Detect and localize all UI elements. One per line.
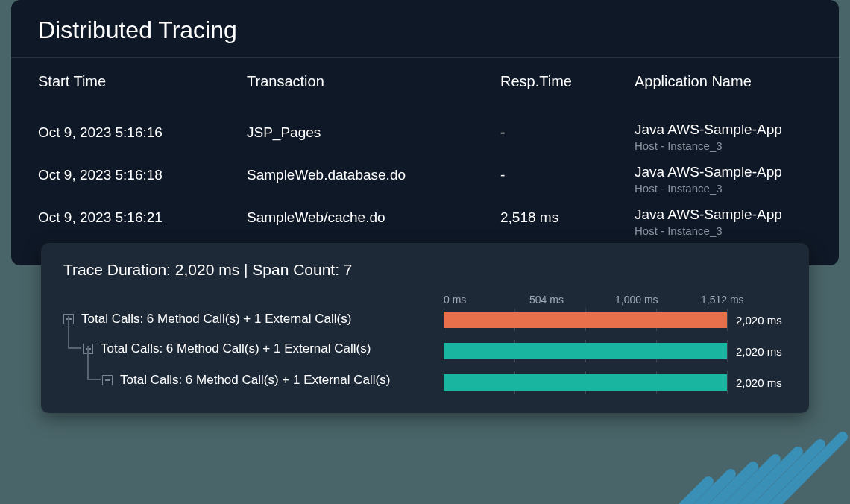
span-bar <box>444 374 727 391</box>
span-bar-row[interactable]: 2,020 ms <box>444 374 787 391</box>
col-resp-time: Resp.Time <box>500 73 635 90</box>
span-label: Total Calls: 6 Method Call(s) + 1 Extern… <box>81 312 351 327</box>
axis-tick: 1,000 ms <box>615 294 701 306</box>
timeline-axis: 0 ms 504 ms 1,000 ms 1,512 ms <box>444 294 787 306</box>
cell-resp-time: - <box>500 122 635 144</box>
grid-line <box>727 309 728 331</box>
bar-track <box>444 374 727 391</box>
tree-connector <box>87 379 101 380</box>
span-timeline-chart: 0 ms 504 ms 1,000 ms 1,512 ms 2,020 ms <box>444 294 787 391</box>
trace-summary: Trace Duration: 2,020 ms | Span Count: 7 <box>63 261 787 279</box>
grid-line <box>727 371 728 394</box>
page-title: Distributed Tracing <box>11 0 839 58</box>
axis-tick: 0 ms <box>444 294 529 306</box>
cell-transaction: SampleWeb.database.do <box>247 164 500 186</box>
timeline-bars: 2,020 ms 2,020 ms <box>444 312 787 391</box>
table-row[interactable]: Oct 9, 2023 5:16:21 SampleWeb/cache.do 2… <box>38 201 812 243</box>
table-header: Start Time Transaction Resp.Time Applica… <box>38 73 812 116</box>
cell-resp-time: - <box>500 164 635 186</box>
app-name: Java AWS-Sample-App <box>635 122 812 138</box>
cell-application: Java AWS-Sample-App Host - Instance_3 <box>635 207 812 237</box>
cell-application: Java AWS-Sample-App Host - Instance_3 <box>635 122 812 152</box>
span-bar <box>444 343 727 359</box>
cell-resp-time: 2,518 ms <box>500 207 635 229</box>
app-name: Java AWS-Sample-App <box>635 164 812 180</box>
trace-table: Start Time Transaction Resp.Time Applica… <box>11 58 839 265</box>
trace-detail-panel: Trace Duration: 2,020 ms | Span Count: 7… <box>41 243 809 413</box>
axis-tick: 1,512 ms <box>701 294 787 306</box>
table-row[interactable]: Oct 9, 2023 5:16:16 JSP_Pages - Java AWS… <box>38 116 812 158</box>
span-tree: Total Calls: 6 Method Call(s) + 1 Extern… <box>63 294 429 391</box>
bar-track <box>444 343 727 359</box>
span-duration: 2,020 ms <box>736 377 787 389</box>
bar-track <box>444 312 727 328</box>
app-host: Host - Instance_3 <box>635 139 812 152</box>
cell-start-time: Oct 9, 2023 5:16:21 <box>38 207 247 229</box>
span-bar <box>444 312 727 328</box>
span-tree-node[interactable]: Total Calls: 6 Method Call(s) + 1 Extern… <box>63 341 429 356</box>
collapse-icon[interactable] <box>102 375 113 385</box>
cell-transaction: JSP_Pages <box>247 122 500 144</box>
cell-start-time: Oct 9, 2023 5:16:16 <box>38 122 247 144</box>
cell-start-time: Oct 9, 2023 5:16:18 <box>38 164 247 186</box>
app-host: Host - Instance_3 <box>635 182 812 195</box>
cell-application: Java AWS-Sample-App Host - Instance_3 <box>635 164 812 195</box>
trace-detail-body: Total Calls: 6 Method Call(s) + 1 Extern… <box>63 294 787 391</box>
cell-transaction: SampleWeb/cache.do <box>247 207 500 229</box>
span-duration: 2,020 ms <box>736 345 787 358</box>
axis-tick: 504 ms <box>529 294 615 306</box>
col-start-time: Start Time <box>38 73 247 90</box>
span-label: Total Calls: 6 Method Call(s) + 1 Extern… <box>101 341 371 356</box>
span-bar-row[interactable]: 2,020 ms <box>444 343 787 359</box>
col-app-name: Application Name <box>635 73 812 90</box>
app-name: Java AWS-Sample-App <box>635 207 812 223</box>
span-bar-row[interactable]: 2,020 ms <box>444 312 787 328</box>
tree-connector <box>87 346 89 379</box>
tracing-panel: Distributed Tracing Start Time Transacti… <box>11 0 839 265</box>
tree-connector <box>68 316 69 347</box>
span-tree-node[interactable]: Total Calls: 6 Method Call(s) + 1 Extern… <box>63 373 429 388</box>
table-row[interactable]: Oct 9, 2023 5:16:18 SampleWeb.database.d… <box>38 158 812 201</box>
span-label: Total Calls: 6 Method Call(s) + 1 Extern… <box>120 373 390 388</box>
span-duration: 2,020 ms <box>736 314 787 327</box>
app-host: Host - Instance_3 <box>635 224 812 237</box>
col-transaction: Transaction <box>247 73 500 90</box>
tree-connector <box>68 347 81 349</box>
grid-line <box>727 340 728 362</box>
span-tree-node[interactable]: Total Calls: 6 Method Call(s) + 1 Extern… <box>63 312 429 327</box>
